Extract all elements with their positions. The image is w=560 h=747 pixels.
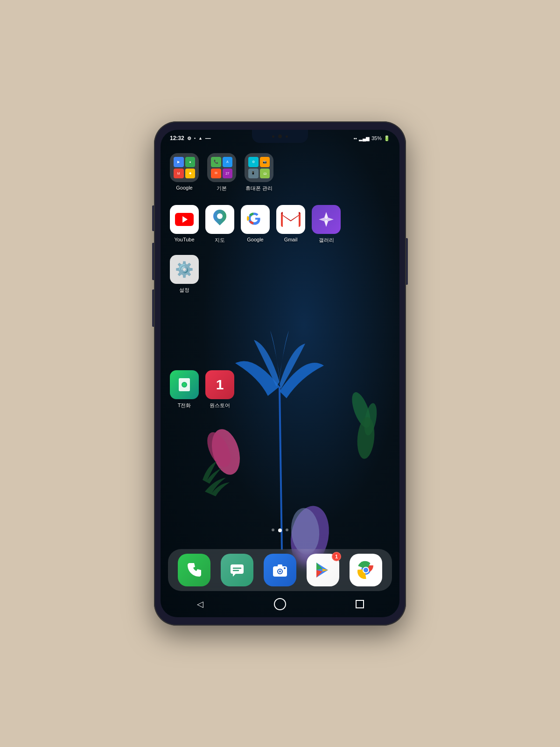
status-left: 12:32 ⚙ ▪ ▲ — [170, 135, 211, 141]
phone-screen: 12:32 ⚙ ▪ ▲ — ▪▪ ▂▄▆ 35% 🔋 ▶ ● [161, 130, 399, 617]
front-camera [278, 134, 282, 138]
phone-mgmt-folder-label: 휴대폰 관리 [245, 185, 273, 192]
volume-button-up[interactable] [152, 243, 154, 280]
bottom-app-row: T전화 1 원스토어 [170, 370, 390, 409]
settings-status-icon: ⚙ [187, 136, 191, 141]
google-folder[interactable]: ▶ ● M ◆ Google [170, 153, 199, 192]
power-button[interactable] [406, 238, 408, 285]
svg-rect-9 [231, 564, 244, 574]
notch-dot-left [272, 135, 274, 138]
maps-app[interactable]: 지도 [205, 205, 234, 244]
battery-icon: 🔋 [384, 135, 390, 141]
tphone-icon[interactable] [170, 370, 199, 399]
recent-button[interactable] [352, 597, 367, 612]
google-folder-icon[interactable]: ▶ ● M ◆ [170, 153, 199, 182]
chrome-dock-item[interactable] [350, 554, 382, 586]
phone-frame: 12:32 ⚙ ▪ ▲ — ▪▪ ▂▄▆ 35% 🔋 ▶ ● [154, 121, 406, 626]
wallpaper-space [170, 305, 390, 370]
page-indicator [161, 529, 399, 532]
gmail-icon[interactable] [276, 205, 305, 234]
dock: 1 [168, 549, 392, 591]
settings-icon[interactable]: ⚙️ [170, 255, 199, 284]
gallery-icon[interactable] [312, 205, 341, 234]
main-app-row: YouTube 지도 [170, 205, 390, 244]
volume-button-down[interactable] [152, 289, 154, 327]
apps-area: ▶ ● M ◆ Google 📞 A ✉ 27 기본 [161, 148, 399, 418]
google-app[interactable]: Google [241, 205, 270, 244]
gallery-app[interactable]: 갤러리 [312, 205, 341, 244]
messages-dock-icon[interactable] [221, 554, 253, 586]
page-dot-0 [272, 529, 274, 531]
battery-percent: 35% [371, 135, 382, 141]
google-folder-label: Google [176, 185, 192, 190]
volume-button-top[interactable] [152, 205, 154, 231]
camera-dock-item[interactable] [264, 554, 296, 586]
youtube-icon[interactable] [170, 205, 199, 234]
basic-folder-label: 기본 [217, 185, 227, 192]
back-icon: ◁ [197, 599, 203, 609]
signal-icon: ▂▄▆ [359, 136, 370, 141]
gmail-app[interactable]: Gmail [276, 205, 305, 244]
basic-folder-icon[interactable]: 📞 A ✉ 27 [207, 153, 236, 182]
maps-label: 지도 [215, 237, 225, 244]
settings-label: 설정 [179, 287, 189, 294]
folder-row: ▶ ● M ◆ Google 📞 A ✉ 27 기본 [170, 148, 390, 192]
google-icon[interactable] [241, 205, 270, 234]
onestore-label: 원스토어 [210, 402, 230, 409]
phone-dock-item[interactable] [178, 554, 210, 586]
playstore-dock-item[interactable]: 1 [307, 554, 339, 586]
tphone-label: T전화 [178, 402, 191, 409]
gmail-label: Gmail [284, 237, 298, 242]
nav-bar: ◁ [161, 593, 399, 617]
onestore-icon[interactable]: 1 [205, 370, 234, 399]
page-dot-2[interactable] [286, 529, 288, 531]
playstore-badge: 1 [332, 552, 341, 561]
playstore-dock-icon[interactable]: 1 [307, 554, 339, 586]
home-icon [274, 598, 286, 610]
time-display: 12:32 [170, 135, 184, 141]
svg-marker-10 [233, 574, 236, 577]
onestore-app[interactable]: 1 원스토어 [205, 370, 234, 409]
settings-row: ⚙️ 설정 [170, 255, 390, 294]
status-right: ▪▪ ▂▄▆ 35% 🔋 [354, 135, 390, 141]
recent-icon [356, 600, 364, 608]
phone-mgmt-folder[interactable]: ⚙ 📷 📱 🗂 휴대폰 관리 [245, 153, 273, 192]
settings-app[interactable]: ⚙️ 설정 [170, 255, 199, 294]
sim-icon: ▪▪ [354, 136, 357, 141]
dash-sep: — [205, 135, 211, 141]
svg-rect-17 [278, 564, 282, 567]
youtube-label: YouTube [174, 237, 194, 242]
maps-icon[interactable] [205, 205, 234, 234]
svg-point-16 [279, 571, 281, 572]
phone-dock-icon[interactable] [178, 554, 210, 586]
messages-dock-item[interactable] [221, 554, 253, 586]
youtube-app[interactable]: YouTube [170, 205, 199, 244]
chrome-dock-icon[interactable] [350, 554, 382, 586]
back-button[interactable]: ◁ [193, 597, 208, 612]
svg-point-18 [284, 567, 286, 569]
google-label: Google [247, 237, 263, 242]
phone-mgmt-icon[interactable]: ⚙ 📷 📱 🗂 [245, 153, 273, 182]
notch-dot-right [286, 135, 288, 138]
alert-icon: ▲ [198, 136, 203, 141]
notif-icon: ▪ [194, 136, 196, 141]
camera-dock-icon[interactable] [264, 554, 296, 586]
svg-point-22 [364, 568, 368, 572]
basic-folder[interactable]: 📞 A ✉ 27 기본 [207, 153, 236, 192]
gallery-label: 갤러리 [319, 237, 334, 244]
tphone-app[interactable]: T전화 [170, 370, 199, 409]
page-dot-1[interactable] [278, 529, 282, 532]
notch [252, 130, 308, 143]
home-button[interactable] [273, 597, 287, 612]
